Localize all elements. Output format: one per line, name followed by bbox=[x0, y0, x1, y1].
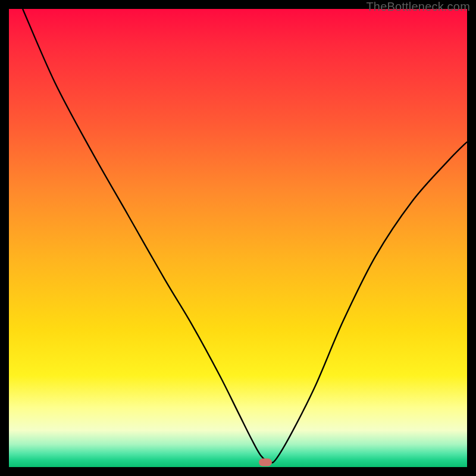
watermark-text: TheBottleneck.com bbox=[366, 0, 470, 14]
chart-frame: TheBottleneck.com bbox=[0, 0, 476, 476]
plot-area bbox=[9, 9, 467, 467]
minimum-marker bbox=[259, 459, 272, 466]
curve-path bbox=[23, 9, 467, 463]
bottleneck-curve bbox=[9, 9, 467, 467]
